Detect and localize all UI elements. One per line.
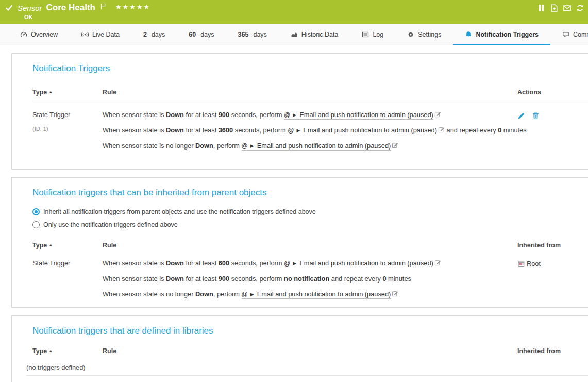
trigger-rule: When sensor state is no longer Down, per… <box>103 138 517 154</box>
column-header-inherited-from: Inherited from <box>517 347 588 355</box>
column-header-actions: Actions <box>517 89 588 96</box>
sort-asc-icon: ▲ <box>48 90 53 94</box>
panel-notification-triggers: Notification Triggers Type▲ Rule Actions… <box>11 53 588 170</box>
tab-comments[interactable]: Comments <box>550 24 588 45</box>
root-group-icon <box>517 260 525 268</box>
gear-icon <box>407 31 414 38</box>
edit-notification-icon[interactable] <box>434 107 441 123</box>
tab-live-data[interactable]: Live Data <box>70 24 131 45</box>
no-triggers-message: (no triggers defined) <box>26 363 588 376</box>
edit-trigger-icon[interactable] <box>517 112 525 120</box>
section-title: Notification triggers that can be inheri… <box>32 187 588 198</box>
table-header: Type▲ Rule Actions <box>32 89 588 101</box>
column-header-inherited-from: Inherited from <box>517 242 588 249</box>
table-row: State Trigger When sensor state is Down … <box>32 256 588 302</box>
tab-notification-triggers[interactable]: Notification Triggers <box>453 24 550 45</box>
edit-notification-icon[interactable] <box>392 138 398 154</box>
section-title: Notification triggers that are defined i… <box>32 325 588 337</box>
tab-settings[interactable]: Settings <box>395 24 453 45</box>
radio-only-defined-above[interactable]: Only use the notification triggers defin… <box>32 218 588 231</box>
radio-unselected-icon[interactable] <box>32 221 40 228</box>
column-header-rule: Rule <box>103 347 517 355</box>
trigger-rule: When sensor state is Down for at least 6… <box>103 256 517 271</box>
edit-notification-icon[interactable] <box>438 123 445 138</box>
trigger-rule: When sensor state is Down for at least 3… <box>103 123 517 138</box>
flag-icon[interactable] <box>100 3 106 10</box>
tab-60-days[interactable]: 60 days <box>177 24 226 45</box>
comment-icon <box>562 31 569 38</box>
panel-library-triggers: Notification triggers that are defined i… <box>11 315 588 382</box>
radio-selected-icon[interactable] <box>32 208 40 215</box>
table-header: Type▲ Rule Inherited from <box>32 242 588 254</box>
trigger-rule: When sensor state is Down for at least 9… <box>103 271 517 287</box>
table-header: Type▲ Rule Inherited from <box>32 347 588 359</box>
notification-link[interactable]: @▶Email and push notification to admin (… <box>242 290 391 299</box>
radio-inherit-all[interactable]: Inherit all notification triggers from p… <box>32 205 588 218</box>
tab-log[interactable]: Log <box>350 24 395 45</box>
add-report-icon[interactable] <box>550 4 558 12</box>
section-title: Notification Triggers <box>32 63 588 74</box>
panel-inherited-triggers: Notification triggers that can be inheri… <box>11 177 588 308</box>
edit-notification-icon[interactable] <box>392 287 398 302</box>
trigger-id: (ID: 1) <box>32 124 103 134</box>
actions-cell <box>517 107 588 154</box>
column-header-rule: Rule <box>103 242 517 249</box>
tab-365-days[interactable]: 365 days <box>226 24 279 45</box>
column-header-rule: Rule <box>103 89 517 96</box>
notification-link[interactable]: @▶Email and push notification to admin (… <box>284 111 433 120</box>
status-ok-check-icon <box>5 4 13 11</box>
tab-2-days[interactable]: 2 days <box>131 24 177 45</box>
object-kind-label: Sensor <box>18 4 42 12</box>
trigger-type: State Trigger <box>32 259 103 268</box>
tab-overview[interactable]: Overview <box>8 24 70 45</box>
sensor-header: Sensor Core Health ★★★★★ OK <box>0 0 588 24</box>
notification-link[interactable]: @▶Email and push notification to admin (… <box>242 142 391 151</box>
sensor-status-badge: OK <box>24 14 588 20</box>
inherited-from-root-link[interactable]: Root <box>517 256 588 268</box>
log-icon <box>362 31 369 38</box>
sort-asc-icon: ▲ <box>48 348 53 353</box>
delete-trigger-icon[interactable] <box>532 112 540 120</box>
gauge-icon <box>20 31 27 38</box>
chart-icon <box>291 31 298 38</box>
trigger-rule: When sensor state is no longer Down, per… <box>103 287 517 302</box>
bell-icon <box>465 31 472 38</box>
column-header-type[interactable]: Type▲ <box>32 89 103 96</box>
sort-asc-icon: ▲ <box>48 243 53 247</box>
inherit-radio-group: Inherit all notification triggers from p… <box>32 205 588 231</box>
column-header-type[interactable]: Type▲ <box>32 347 103 355</box>
tab-historic-data[interactable]: Historic Data <box>279 24 350 45</box>
email-icon[interactable] <box>563 4 571 12</box>
tab-bar: Overview Live Data 2 days 60 days 365 da… <box>0 24 588 45</box>
trigger-type: State Trigger <box>32 110 103 120</box>
notification-link[interactable]: @▶Email and push notification to admin (… <box>284 259 433 268</box>
trigger-rule: When sensor state is Down for at least 9… <box>103 107 517 123</box>
prtg-sensor-page: Sensor Core Health ★★★★★ OK Overview Liv… <box>0 0 588 382</box>
pause-icon[interactable] <box>537 4 545 12</box>
table-row: State Trigger (ID: 1) When sensor state … <box>32 107 588 154</box>
edit-notification-icon[interactable] <box>434 256 441 271</box>
column-header-type[interactable]: Type▲ <box>32 242 103 249</box>
notification-link[interactable]: @▶Email and push notification to admin (… <box>288 126 437 135</box>
refresh-icon[interactable] <box>576 4 584 12</box>
sensor-title: Core Health <box>46 3 95 13</box>
live-data-icon <box>81 31 89 38</box>
priority-stars[interactable]: ★★★★★ <box>115 3 150 11</box>
